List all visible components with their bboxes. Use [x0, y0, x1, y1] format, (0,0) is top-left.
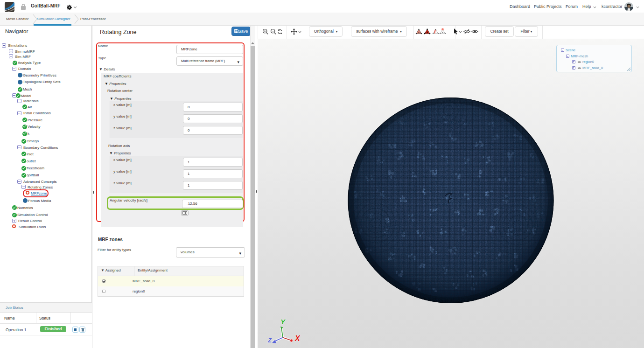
- svg-text:Z: Z: [267, 337, 272, 344]
- svg-text:X: X: [294, 334, 301, 342]
